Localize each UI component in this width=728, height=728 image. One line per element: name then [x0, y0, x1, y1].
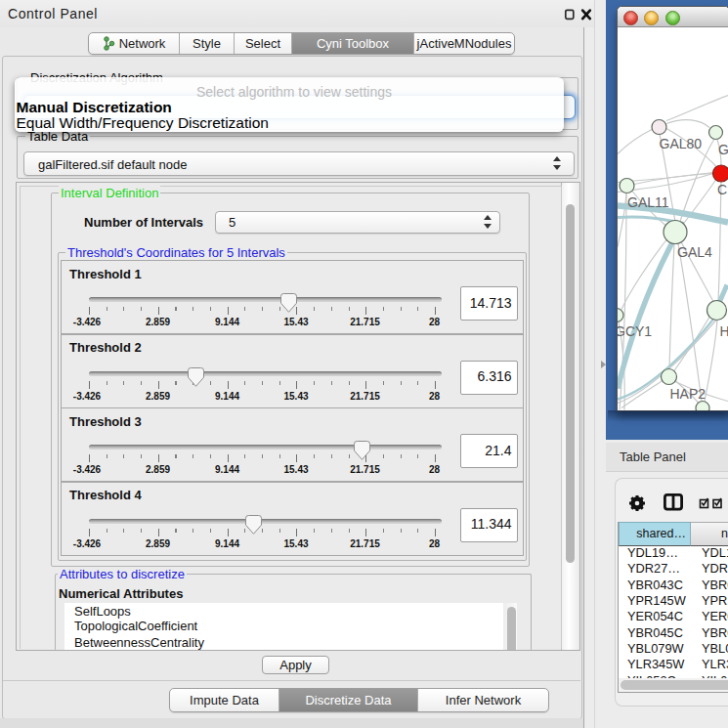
svg-text:GA: GA — [718, 142, 728, 157]
svg-text:HAP2: HAP2 — [670, 386, 707, 402]
svg-text:GAL4: GAL4 — [677, 244, 712, 260]
svg-text:H: H — [720, 323, 728, 339]
svg-text:C: C — [717, 182, 727, 197]
svg-text:GAL11: GAL11 — [627, 194, 669, 210]
svg-text:GAL80: GAL80 — [660, 136, 703, 151]
svg-text:GCY1: GCY1 — [618, 323, 652, 339]
